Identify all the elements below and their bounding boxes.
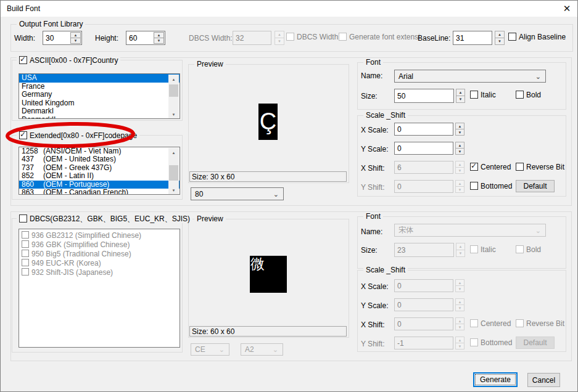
- spin-down-icon: ▼: [456, 250, 465, 257]
- list-item[interactable]: France: [19, 83, 180, 91]
- output-group-label: Output Font Library: [17, 20, 85, 28]
- glyph-preview1: Ç: [258, 104, 278, 140]
- list-item: 936 GB2312 (Simplified Chinese): [22, 231, 141, 240]
- font2-name-select: 宋体 ⌄: [394, 224, 546, 237]
- x-shift-label: X Shift:: [361, 164, 385, 173]
- font2-label: Font: [363, 212, 383, 221]
- ascii-country-list[interactable]: USA France Germany United Kingdom Denmar…: [19, 73, 180, 119]
- spin-down-icon: ▼: [455, 304, 464, 311]
- generate-button[interactable]: Generate: [473, 372, 518, 387]
- font1-size-stepper[interactable]: ▲ ▼: [456, 89, 465, 103]
- spin-down-icon[interactable]: ▼: [495, 38, 505, 45]
- width-stepper[interactable]: ▲ ▼: [70, 32, 81, 44]
- font1-label: Font: [363, 58, 383, 67]
- y-scale-stepper[interactable]: ▲▼: [455, 142, 464, 155]
- bottomed-checkbox[interactable]: Bottomed: [470, 182, 512, 190]
- font1-name-select[interactable]: Arial ⌄: [394, 70, 546, 83]
- reverse-bit2-checkbox: Reverse Bit: [516, 319, 564, 328]
- preview2-size-text: Size: 60 x 60: [189, 326, 347, 337]
- scroll-up-icon[interactable]: ▲: [168, 75, 179, 84]
- font1-bold-checkbox[interactable]: Bold: [516, 91, 541, 99]
- list-item[interactable]: 852(OEM - Latin II): [19, 172, 180, 180]
- x-scale-label: X Scale:: [361, 126, 389, 134]
- baseline-label: BaseLine:: [418, 34, 450, 43]
- list-item: 950 Big5 (Traditional Chinese): [22, 250, 131, 258]
- font1-size-label: Size:: [361, 92, 378, 100]
- glyph-preview2: 微: [250, 256, 287, 293]
- preview1-zoom-select[interactable]: 80 ⌄: [191, 187, 284, 200]
- chevron-down-icon: ⌄: [273, 192, 279, 197]
- extended-codepage-checkbox[interactable]: ✓ Extended[0x80 - 0xFF]codepage: [17, 131, 139, 140]
- scroll-down-icon[interactable]: ▼: [168, 186, 179, 195]
- default2-button: Default: [516, 337, 555, 349]
- centered-checkbox[interactable]: ✓ Centered: [470, 163, 511, 171]
- font2-name-label: Name:: [361, 227, 382, 236]
- spin-down-icon[interactable]: ▼: [455, 129, 464, 136]
- reverse-bit-checkbox[interactable]: Reverse Bit: [516, 163, 564, 171]
- cancel-button[interactable]: Cancel: [527, 373, 560, 387]
- list-item[interactable]: 737(OEM - Greek 437G): [19, 164, 180, 172]
- dialog-title: Build Font: [7, 4, 40, 13]
- ascii-scrollbar[interactable]: ▲ ▼: [168, 75, 179, 119]
- list-item[interactable]: 437(OEM - United States): [19, 155, 180, 163]
- spin-down-icon[interactable]: ▼: [456, 96, 465, 103]
- spin-down-icon[interactable]: ▼: [154, 38, 164, 44]
- width-input[interactable]: 30 ▲ ▼: [43, 31, 82, 45]
- centered2-checkbox: Centered: [470, 319, 511, 328]
- list-item[interactable]: DenmarkI: [19, 107, 180, 116]
- spin-down-icon: ▼: [455, 343, 464, 349]
- spin-down-icon[interactable]: ▼: [70, 38, 81, 44]
- font1-size-input[interactable]: 50: [394, 89, 454, 103]
- chevron-down-icon: ⌄: [535, 74, 541, 79]
- x-scale2-input: 0: [394, 279, 453, 292]
- list-item[interactable]: USA: [19, 74, 180, 83]
- chevron-down-icon: ⌄: [219, 347, 225, 352]
- scroll-down-icon[interactable]: ▼: [168, 110, 179, 119]
- spin-down-icon[interactable]: ▼: [455, 148, 464, 155]
- y-shift2-label: Y Shift:: [361, 340, 384, 348]
- y-shift-stepper: ▲▼: [455, 180, 464, 193]
- scrollbar-thumb[interactable]: [169, 84, 178, 97]
- list-item[interactable]: 863(OEM - Canadian French): [19, 189, 180, 195]
- extended-codepage-list[interactable]: 1258(ANSI/OEM - Viet Nam) 437(OEM - Unit…: [19, 147, 180, 195]
- list-item[interactable]: 860(OEM - Portuguese): [19, 181, 180, 189]
- list-item: 949 EUC-KR (Korea): [22, 259, 101, 267]
- height-input[interactable]: 60 ▲ ▼: [126, 31, 165, 45]
- preview1-label: Preview: [194, 60, 226, 68]
- x-scale-input[interactable]: 0: [394, 123, 453, 136]
- close-icon[interactable]: ✕: [559, 2, 575, 15]
- check-icon: ✓: [471, 161, 477, 170]
- font1-italic-checkbox[interactable]: Italic: [470, 91, 496, 99]
- baseline-stepper[interactable]: ▲ ▼: [495, 31, 505, 45]
- list-item[interactable]: United Kingdom: [19, 99, 180, 108]
- y-scale-input[interactable]: 0: [394, 142, 453, 155]
- default-button[interactable]: Default: [516, 180, 555, 192]
- y-shift-input: 0: [394, 180, 453, 193]
- font1-name-label: Name:: [361, 71, 382, 80]
- baseline-input[interactable]: 31: [453, 31, 492, 45]
- dbcs-checkbox[interactable]: DBCS(GB2312、GBK、BIG5、EUC_KR、SJIS): [17, 214, 192, 223]
- x-scale2-label: X Scale:: [361, 282, 389, 291]
- align-baseline-checkbox[interactable]: Align Baseline: [508, 33, 566, 41]
- list-item[interactable]: DenmarkII: [19, 116, 180, 120]
- scrollbar-thumb[interactable]: [169, 165, 178, 181]
- list-item[interactable]: 1258(ANSI/OEM - Viet Nam): [19, 147, 180, 155]
- spin-down-icon: ▼: [455, 186, 464, 193]
- dbcs-width-label: DBCS Width:: [189, 34, 233, 43]
- dbcs-width-checkbox: DBCS Width: [286, 33, 338, 41]
- y-shift2-stepper: ▲▼: [455, 337, 464, 349]
- scroll-up-icon[interactable]: ▲: [168, 148, 179, 157]
- dbcs-width-input: 32: [233, 31, 271, 45]
- x-scale-stepper[interactable]: ▲▼: [455, 123, 464, 136]
- spin-down-icon: ▼: [275, 38, 284, 45]
- extended-scrollbar[interactable]: ▲ ▼: [168, 148, 179, 195]
- x-shift2-input: 0: [394, 317, 453, 330]
- preview1-size-text: Size: 30 x 60: [189, 171, 347, 182]
- preview2-label: Preview: [194, 214, 226, 223]
- height-stepper[interactable]: ▲ ▼: [154, 32, 164, 44]
- list-item[interactable]: Germany: [19, 91, 180, 99]
- ascii-country-checkbox[interactable]: ✓ ASCII[0x00 - 0x7F]Country: [17, 56, 120, 65]
- font2-italic-checkbox: Italic: [470, 245, 496, 254]
- chevron-down-icon: ⌄: [273, 347, 278, 352]
- scale-shift1-label: Scale _Shift: [363, 111, 408, 120]
